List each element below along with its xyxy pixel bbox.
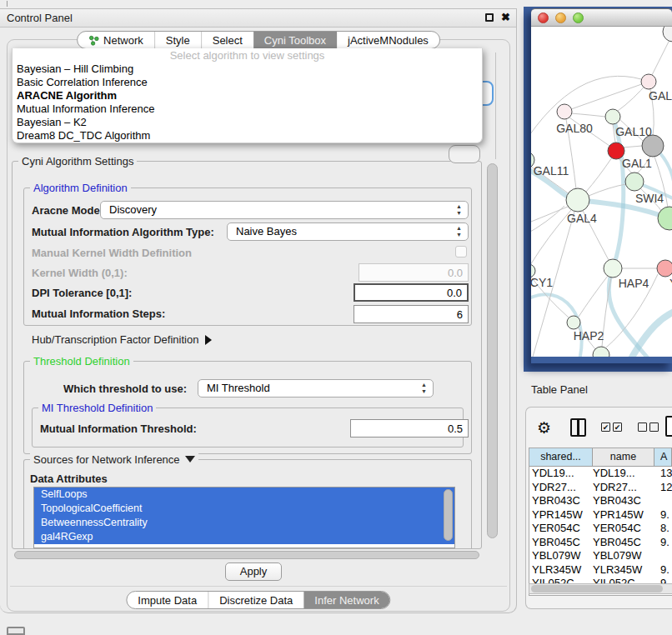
tab-style[interactable]: Style [154,32,201,48]
tab-cyni-toolbox[interactable]: Cyni Toolbox [253,32,337,48]
network-canvas[interactable]: GAL GAL80 GAL10 GAL1 GAL11 SWI4 GAL4 GCY… [531,27,672,357]
label-gal1: GAL1 [622,157,652,170]
node-gal10[interactable] [605,109,620,124]
dropdown-item[interactable]: Basic Correlation Inference [13,76,482,89]
cell: YBL079W [529,549,593,563]
dropdown-item[interactable]: Bayesian – Hill Climbing [13,62,482,76]
mi-steps-input[interactable] [354,305,469,323]
network-window-titlebar[interactable] [531,8,672,27]
checked-box-icon[interactable]: ✔ [613,422,622,432]
attribute-item-selected[interactable]: gal4RGexp [34,530,454,544]
sources-legend[interactable]: Sources for Network Inference [30,453,198,466]
node-gal-partial[interactable] [641,74,656,89]
unchecked-box-icon[interactable] [638,422,647,432]
tab-infer-network[interactable]: Infer Network [303,592,389,608]
hub-tf-definition-label: Hub/Transcription Factor Definition [32,333,198,346]
label-gcy1: GCY1 [531,276,553,289]
column-header-shared-name[interactable]: shared... [529,448,593,466]
hub-tf-definition-toggle[interactable]: Hub/Transcription Factor Definition [32,333,212,346]
label-gal10: GAL10 [615,125,652,138]
aracne-mode-select[interactable]: Discovery ▲▼ [100,201,469,219]
stepper-icon: ▲▼ [421,382,427,395]
data-attributes-label: Data Attributes [30,472,108,485]
scrollbar-thumb[interactable] [487,163,498,538]
attribute-item-selected[interactable]: TopologicalCoefficient [34,502,454,516]
dropdown-placeholder: Select algorithm to view settings [13,48,482,62]
control-panel-titlebar[interactable]: Control Panel ✖ [0,9,516,28]
table-row[interactable]: YER054C YER054C 8. [529,522,672,536]
table-row[interactable]: YBR045C YBR045C 9. [529,536,672,550]
node-hap2[interactable] [567,316,580,329]
node-gal1[interactable] [625,172,644,191]
cell: 8. [654,522,672,536]
column-header-partial[interactable]: A [654,448,672,466]
close-traffic-icon[interactable] [538,12,549,23]
attribute-item-selected[interactable]: BetweennessCentrality [34,516,454,530]
node-hap4[interactable] [604,259,622,278]
mi-type-select[interactable]: Naive Bayes ▲▼ [227,222,469,241]
dropdown-item[interactable]: Dream8 DC_TDC Algorithm [13,129,482,142]
zoom-traffic-icon[interactable] [573,12,584,23]
covered-combobox-corner[interactable] [449,145,480,163]
tab-select[interactable]: Select [201,32,253,48]
node-gal80[interactable] [557,104,572,119]
which-threshold-label: Which threshold to use: [63,382,187,395]
attribute-list-scrollbar[interactable] [444,489,453,541]
table-horizontal-scrollbar[interactable] [529,583,672,594]
table-row[interactable]: YBR043C YBR043C [529,494,672,508]
node-pink-right[interactable] [657,260,672,277]
manual-kernel-checkbox[interactable] [455,246,467,258]
scrollbar-thumb[interactable] [14,551,479,559]
control-panel-title: Control Panel [7,12,73,24]
node-partial-top[interactable] [663,27,672,42]
split-columns-icon[interactable] [570,418,586,437]
apply-button[interactable]: Apply [225,562,282,581]
manual-kernel-label: Manual Kernel Width Definition [32,247,192,259]
table-row[interactable]: YBL079W YBL079W [529,549,672,563]
checked-box-icon[interactable]: ✔ [601,422,610,432]
table-row[interactable]: YDR27... YDR27... 12 [529,481,672,495]
page-icon[interactable] [665,416,672,437]
cell: YLR345W [529,563,593,578]
mi-threshold-definition-legend: MI Threshold Definition [38,402,156,414]
dpi-tolerance-input[interactable] [354,283,469,302]
dropdown-item[interactable]: Bayesian – K2 [13,116,482,129]
dropdown-item[interactable]: Mutual Information Inference [13,102,482,116]
which-threshold-select[interactable]: MI Threshold ▲▼ [198,379,434,398]
settings-horizontal-scrollbar[interactable] [13,550,482,560]
column-header-name[interactable]: name [593,448,654,466]
cyni-settings-legend: Cyni Algorithm Settings [18,155,137,168]
node-gal4[interactable] [566,188,589,212]
tab-discretize-data[interactable]: Discretize Data [208,592,303,608]
stepper-icon: ▲▼ [456,225,462,238]
dropdown-item-selected[interactable]: ARACNE Algorithm [13,89,482,102]
attribute-item-selected[interactable]: SelfLoops [34,488,454,502]
cell: 13 [654,467,672,481]
table-row[interactable]: YPR145W YPR145W 9. [529,508,672,522]
node-partial-bottom[interactable] [593,347,609,357]
tab-discretize-data-label: Discretize Data [219,594,293,607]
aracne-mode-label: Aracne Mode: [32,204,103,217]
gear-icon[interactable]: ⚙ [537,418,551,438]
cell: 9. [654,563,672,578]
application-window: Control Panel ✖ Network Style [0,0,672,635]
table-row[interactable]: YLR345W YLR345W 9. [529,563,672,578]
close-icon[interactable]: ✖ [501,11,510,23]
minimize-traffic-icon[interactable] [555,12,566,23]
label-hap2: HAP2 [574,329,604,342]
table-row[interactable]: YDL19... YDL19... 13 [529,467,672,481]
node-swi4[interactable] [658,207,672,230]
settings-vertical-scrollbar[interactable] [486,162,499,549]
tab-network[interactable]: Network [78,32,154,48]
tab-impute-data[interactable]: Impute Data [127,592,208,608]
unchecked-box-icon[interactable] [649,422,659,432]
scrollbar-thumb[interactable] [531,585,663,592]
kernel-width-input[interactable] [359,263,469,282]
stepper-icon: ▲▼ [456,203,462,217]
data-attributes-list[interactable]: SelfLoops TopologicalCoefficient Between… [33,487,455,548]
tab-jactivemnodules[interactable]: jActiveMNodules [337,32,439,48]
covered-groupbox-edge [495,52,496,159]
float-window-icon[interactable] [485,13,494,22]
mi-threshold-input[interactable] [350,419,469,438]
minimized-window-icon[interactable] [7,627,25,635]
